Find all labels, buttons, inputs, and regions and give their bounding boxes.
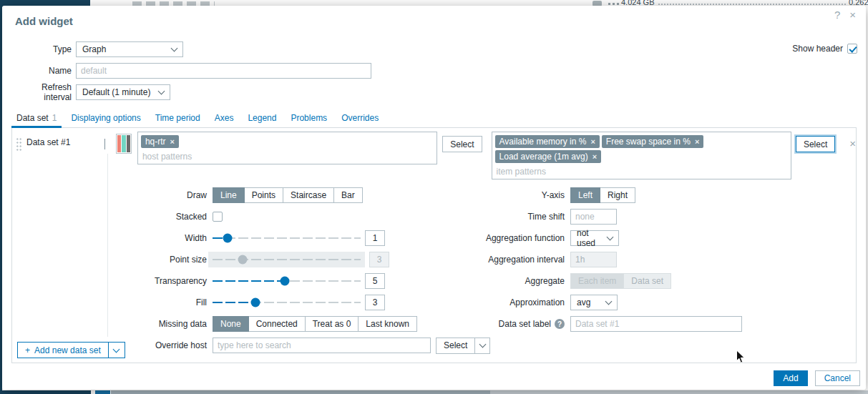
yaxis-segmented: Left Right — [570, 187, 635, 203]
data-set-panel: Data set #1 hq-rtr × host patterns Selec… — [11, 128, 857, 363]
transparency-slider-thumb[interactable] — [281, 277, 290, 286]
refresh-interval-label: Refresh interval — [15, 82, 76, 102]
background-bottom-sidebar — [0, 390, 91, 394]
override-host-select-button[interactable]: Select — [436, 338, 474, 354]
aggregate-label: Aggregate — [525, 276, 565, 286]
stacked-label: Stacked — [12, 212, 213, 222]
tab-problems[interactable]: Problems — [286, 109, 332, 128]
override-host-select-dropdown[interactable] — [474, 338, 490, 354]
item-tag: Free swap space in % × — [602, 135, 704, 148]
item-patterns-multiselect[interactable]: Available memory in % × Free swap space … — [492, 132, 791, 179]
cancel-button[interactable]: Cancel — [815, 370, 860, 386]
draw-label: Draw — [12, 190, 213, 200]
missing-data-segmented: None Connected Treat as 0 Last known — [213, 316, 417, 332]
color-palette-button[interactable] — [116, 134, 132, 154]
plus-icon: + — [25, 345, 30, 355]
refresh-interval-select[interactable]: Default (1 minute) — [76, 84, 170, 100]
add-widget-dialog: Add widget ? × Type Graph Name Refresh i… — [2, 6, 866, 390]
remove-data-set-icon[interactable]: × — [849, 139, 856, 149]
help-icon[interactable]: ? — [834, 9, 840, 21]
missing-data-label: Missing data — [12, 319, 213, 329]
approximation-value: avg — [577, 297, 590, 307]
type-label: Type — [15, 44, 76, 54]
yaxis-option-right[interactable]: Right — [600, 187, 635, 203]
tab-label: Legend — [248, 113, 276, 123]
show-header-checkbox[interactable] — [847, 44, 857, 54]
item-tag-label: Load average (1m avg) — [499, 152, 588, 162]
item-tag: Available memory in % × — [495, 135, 600, 148]
time-shift-input[interactable] — [570, 209, 617, 225]
type-select[interactable]: Graph — [76, 41, 183, 57]
draw-option-points[interactable]: Points — [244, 187, 283, 203]
show-header-label: Show header — [792, 44, 843, 54]
yaxis-option-left[interactable]: Left — [570, 187, 600, 203]
drag-handle[interactable] — [16, 137, 22, 151]
width-slider-thumb[interactable] — [223, 234, 232, 243]
transparency-label: Transparency — [12, 276, 213, 286]
aggregation-function-value: not used — [577, 228, 602, 248]
approximation-select[interactable]: avg — [570, 295, 618, 310]
tab-displaying-options[interactable]: Displaying options — [66, 109, 145, 128]
item-select-button[interactable]: Select — [796, 136, 835, 152]
add-new-data-set-label: Add new data set — [34, 345, 101, 355]
tab-time-period[interactable]: Time period — [150, 109, 205, 128]
missing-data-option-treat-as-0[interactable]: Treat as 0 — [305, 316, 359, 332]
point-size-slider — [208, 252, 365, 267]
host-patterns-multiselect[interactable]: hq-rtr × host patterns — [137, 132, 437, 164]
chevron-down-icon — [158, 88, 165, 95]
help-circle-icon[interactable]: ? — [555, 319, 565, 329]
tab-label: Data set — [16, 113, 49, 123]
aggregation-interval-label: Aggregation interval — [488, 255, 565, 265]
chevron-down-icon — [479, 341, 486, 348]
add-new-data-set-button[interactable]: + Add new data set — [17, 342, 109, 358]
chevron-down-icon — [605, 298, 613, 305]
tag-remove-icon[interactable]: × — [593, 152, 597, 161]
host-tag-label: hq-rtr — [145, 137, 166, 147]
accordion-line — [107, 154, 108, 337]
tab-overrides[interactable]: Overrides — [336, 109, 384, 128]
tag-remove-icon[interactable]: × — [590, 137, 595, 146]
widget-config-form: Type Graph Name Refresh interval Default… — [15, 41, 371, 106]
aggregation-function-select[interactable]: not used — [570, 230, 619, 246]
draw-option-staircase[interactable]: Staircase — [283, 187, 334, 203]
width-slider[interactable] — [213, 230, 361, 246]
override-host-input[interactable] — [213, 338, 431, 353]
add-button[interactable]: Add — [774, 370, 807, 386]
close-icon[interactable]: × — [849, 9, 856, 21]
draw-option-bar[interactable]: Bar — [333, 187, 363, 203]
tag-remove-icon[interactable]: × — [695, 137, 699, 146]
fill-slider-thumb[interactable] — [251, 298, 260, 307]
tab-data-set[interactable]: Data set 1 — [11, 109, 62, 128]
add-new-data-set-dropdown[interactable] — [108, 342, 125, 358]
transparency-slider[interactable] — [213, 273, 361, 289]
tab-legend[interactable]: Legend — [243, 109, 281, 128]
background-bottom-bar-light — [490, 390, 868, 394]
stacked-checkbox[interactable] — [213, 212, 223, 222]
time-shift-label: Time shift — [527, 212, 565, 222]
tab-axes[interactable]: Axes — [210, 109, 239, 128]
point-size-slider-thumb — [238, 255, 248, 265]
fill-value-input[interactable] — [365, 295, 385, 310]
tab-label: Overrides — [341, 113, 379, 123]
tag-remove-icon[interactable]: × — [170, 137, 175, 146]
aggregate-option-data-set: Data set — [623, 273, 671, 289]
tab-label: Problems — [291, 113, 327, 123]
item-tag: Load average (1m avg) × — [495, 150, 602, 163]
data-set-label-input[interactable] — [570, 316, 742, 332]
missing-data-option-last-known[interactable]: Last known — [358, 316, 417, 332]
draw-option-line[interactable]: Line — [213, 187, 245, 203]
missing-data-option-connected[interactable]: Connected — [248, 316, 306, 332]
chevron-down-icon — [171, 45, 178, 52]
width-value-input[interactable] — [365, 230, 385, 246]
transparency-value-input[interactable] — [365, 273, 385, 289]
point-size-value-input — [369, 252, 389, 267]
collapse-button[interactable] — [104, 139, 105, 149]
dialog-title: Add widget — [15, 15, 73, 27]
fill-slider[interactable] — [213, 295, 361, 310]
name-input[interactable] — [76, 63, 371, 79]
tab-badge: 1 — [52, 113, 57, 123]
background-bottom-bar — [111, 390, 490, 394]
name-label: Name — [15, 66, 76, 76]
host-select-button[interactable]: Select — [442, 136, 482, 152]
missing-data-option-none[interactable]: None — [213, 316, 249, 332]
